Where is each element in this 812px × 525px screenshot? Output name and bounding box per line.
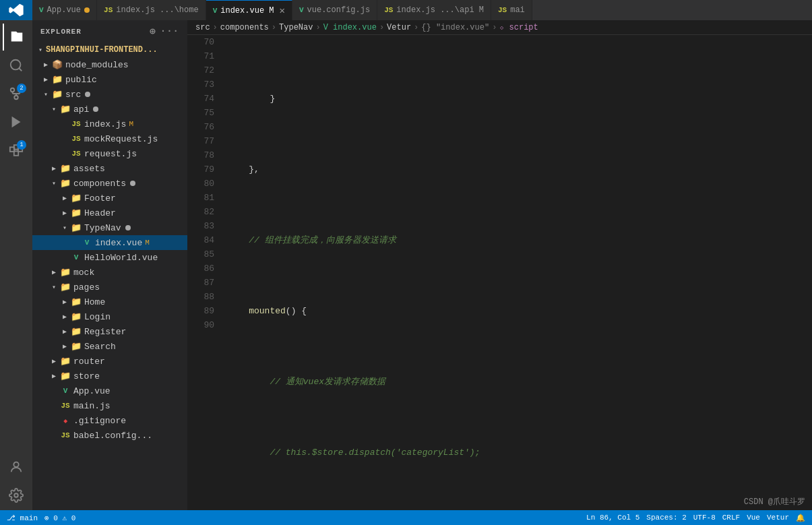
errors-warnings[interactable]: ⊗ 0 ⚠ 0 — [44, 514, 75, 522]
folder-icon: 📁 — [70, 311, 82, 322]
item-label: Search — [84, 342, 116, 352]
folder-icon: 📁 — [70, 297, 82, 307]
arrow-icon: ▶ — [59, 313, 70, 321]
sidebar-item-node-modules[interactable]: ▶ 📦 node_modules — [32, 57, 187, 72]
arrow-icon: ▾ — [49, 105, 59, 113]
sidebar-item-api[interactable]: ▾ 📁 api — [32, 102, 187, 117]
sidebar-item-header[interactable]: ▶ 📁 Header — [32, 206, 187, 220]
arrow-icon: ▾ — [49, 283, 59, 291]
line-numbers: 70 71 72 73 74 75 76 77 78 79 80 81 82 8… — [187, 35, 220, 510]
explorer-icon[interactable] — [3, 24, 30, 51]
js-icon: JS — [384, 6, 393, 14]
extensions-icon[interactable]: 1 — [3, 137, 30, 164]
folder-icon: 📁 — [70, 208, 82, 218]
folder-icon: 📁 — [70, 326, 82, 337]
sidebar-item-pages[interactable]: ▾ 📁 pages — [32, 280, 187, 295]
item-label: api — [73, 104, 89, 115]
sidebar-item-index-js-api[interactable]: ▶ JS index.js M — [32, 117, 187, 131]
item-label: mock — [73, 268, 94, 278]
settings-icon[interactable] — [3, 482, 30, 509]
code-content[interactable]: } }, // 组件挂载完成，向服务器发送请求 mounted() { — [220, 35, 812, 510]
more-icon[interactable]: ··· — [160, 26, 179, 37]
git-branch[interactable]: ⎇ main — [7, 514, 38, 522]
code-line-73: mounted() { — [228, 304, 812, 318]
project-name: SHANGPINHUI-FRONTEND... — [46, 45, 158, 55]
modified-dot — [93, 106, 98, 112]
sidebar-item-index-vue[interactable]: ▶ V index.vue M — [32, 235, 187, 250]
activity-bar: 2 1 — [0, 20, 32, 510]
status-right: Ln 86, Col 5 Spaces: 2 UTF-8 CRLF Vue Ve… — [586, 514, 805, 522]
modified-dot — [85, 92, 90, 97]
status-left: ⎇ main ⊗ 0 ⚠ 0 — [7, 514, 75, 522]
js-file-icon: JS — [70, 150, 82, 158]
project-root[interactable]: ▾ SHANGPINHUI-FRONTEND... — [32, 42, 187, 57]
sep: › — [272, 23, 276, 32]
sidebar-item-mock-request[interactable]: ▶ JS mockRequest.js — [32, 131, 187, 146]
run-icon[interactable] — [3, 109, 30, 135]
smiley-icon[interactable]: 🔔 — [796, 514, 805, 522]
crlf[interactable]: CRLF — [722, 514, 740, 522]
tab-label: index.js ...\api M — [396, 5, 484, 15]
tab-index-js-api[interactable]: JS index.js ...\api M — [377, 0, 491, 20]
item-label: mockRequest.js — [84, 134, 158, 144]
sidebar-item-mock[interactable]: ▶ 📁 mock — [32, 265, 187, 280]
accounts-icon[interactable] — [3, 454, 30, 481]
folder-icon: 📁 — [59, 282, 71, 292]
arrow-icon: ▶ — [49, 372, 59, 380]
modified-label: M — [145, 239, 150, 247]
tab-vue-config[interactable]: V vue.config.js — [292, 0, 377, 20]
modified-dot — [130, 181, 135, 186]
main-layout: 2 1 EXPLORER ⊕ ··· ▾ SHANGPIN — [0, 20, 812, 510]
item-label: Home — [84, 297, 105, 307]
sidebar-item-src[interactable]: ▾ 📁 src — [32, 87, 187, 102]
folder-icon: 📁 — [59, 178, 71, 189]
search-icon[interactable] — [3, 52, 30, 79]
tab-label: index.vue M — [220, 6, 274, 16]
sidebar-item-gitignore[interactable]: ▶ ⬥ .gitignore — [32, 413, 187, 428]
sidebar-item-search[interactable]: ▶ 📁 Search — [32, 339, 187, 354]
folder-icon: 📁 — [59, 163, 71, 174]
sidebar-item-main-js[interactable]: ▶ JS main.js — [32, 398, 187, 413]
item-label: router — [73, 357, 105, 367]
sep: › — [414, 23, 418, 32]
breadcrumb-vetur: Vetur — [387, 23, 411, 32]
tab-index-vue[interactable]: V index.vue M ✕ — [206, 0, 292, 20]
sidebar-item-footer[interactable]: ▶ 📁 Footer — [32, 191, 187, 206]
sidebar-item-home[interactable]: ▶ 📁 Home — [32, 295, 187, 309]
item-label: pages — [73, 282, 100, 292]
sidebar-item-typenav[interactable]: ▾ 📁 TypeNav — [32, 220, 187, 235]
tab-main-js[interactable]: JS mai — [491, 0, 532, 20]
spaces[interactable]: Spaces: 2 — [646, 514, 686, 522]
sidebar-item-register[interactable]: ▶ 📁 Register — [32, 324, 187, 339]
code-line-74: // 通知vuex发请求存储数据 — [228, 375, 812, 389]
sidebar-item-babel[interactable]: ▶ JS babel.config... — [32, 428, 187, 443]
sidebar-item-helloworld[interactable]: ▶ V HelloWorld.vue — [32, 250, 187, 265]
modified-dot — [84, 7, 90, 13]
sidebar-item-router[interactable]: ▶ 📁 router — [32, 354, 187, 369]
sidebar-item-public[interactable]: ▶ 📁 public — [32, 72, 187, 87]
sidebar-item-request[interactable]: ▶ JS request.js — [32, 146, 187, 161]
language[interactable]: Vue — [747, 514, 760, 522]
explorer-title: EXPLORER — [40, 28, 82, 36]
close-icon[interactable]: ✕ — [279, 5, 284, 16]
sidebar-item-assets[interactable]: ▶ 📁 assets — [32, 161, 187, 176]
encoding[interactable]: UTF-8 — [693, 514, 716, 522]
tab-index-js-home[interactable]: JS index.js ...\home — [97, 0, 206, 20]
source-control-icon[interactable]: 2 — [3, 80, 30, 107]
item-label: node_modules — [65, 60, 129, 70]
arrow-icon: ▶ — [49, 357, 59, 365]
sidebar-item-components[interactable]: ▾ 📁 components — [32, 176, 187, 191]
folder-icon: 📁 — [51, 89, 63, 100]
svg-marker-5 — [12, 117, 21, 128]
line-col[interactable]: Ln 86, Col 5 — [586, 514, 639, 522]
sidebar-item-app-vue[interactable]: ▶ V App.vue — [32, 383, 187, 398]
vue-file-icon: V — [81, 239, 93, 247]
folder-icon: 📁 — [59, 104, 71, 115]
sidebar-item-login[interactable]: ▶ 📁 Login — [32, 309, 187, 324]
tab-app-vue[interactable]: V App.vue — [32, 0, 97, 20]
sidebar-item-store[interactable]: ▶ 📁 store — [32, 369, 187, 383]
new-file-icon[interactable]: ⊕ — [150, 26, 156, 37]
js-file-icon: JS — [70, 120, 82, 128]
vetur[interactable]: Vetur — [767, 514, 789, 522]
item-label: babel.config... — [73, 431, 152, 441]
